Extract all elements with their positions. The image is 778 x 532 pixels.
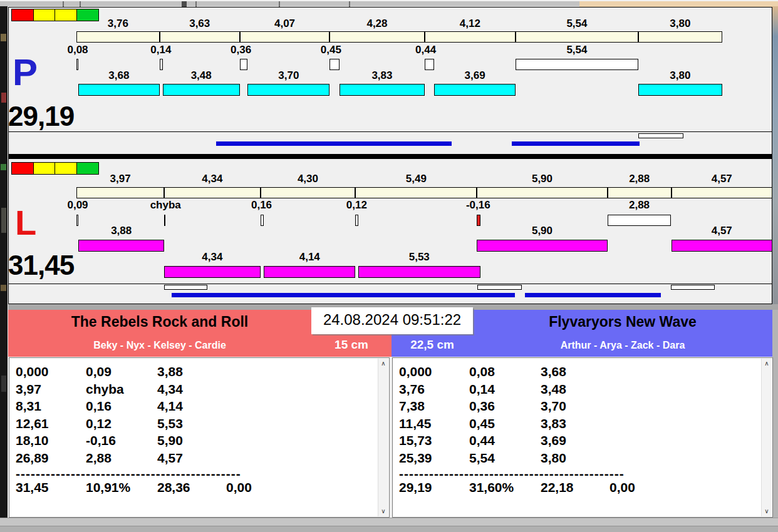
status-bar (0, 518, 778, 532)
result-cell: 3,83 (541, 417, 566, 431)
split-divider (260, 188, 261, 198)
scroll-up-icon[interactable]: ∧ (378, 359, 388, 369)
result-separator-dashes: ----------------------------------------… (399, 467, 626, 481)
run-bar (78, 240, 164, 252)
timeline-white-marker (671, 285, 715, 290)
split-divider (239, 32, 241, 42)
start-light-1 (33, 162, 56, 175)
timeline-blue-bar (172, 293, 515, 297)
fault-tick (164, 215, 165, 226)
result-cell: 3,80 (541, 451, 566, 465)
result-cell: 0,09 (86, 365, 112, 379)
run-time-label: 4,57 (712, 225, 732, 236)
gap-box (76, 215, 78, 226)
gap-time-label: 0,08 (67, 44, 88, 55)
gap-box (240, 59, 248, 70)
scroll-up-icon[interactable]: ∧ (762, 359, 772, 369)
result-total-cell: 0,00 (226, 481, 252, 494)
run-bar (247, 84, 329, 96)
result-cell: 11,45 (399, 417, 431, 431)
timeline-strip-line (8, 284, 772, 284)
gap-time-label: 0,14 (150, 44, 171, 55)
result-cell: 4,34 (157, 382, 183, 396)
result-cell: 26,89 (16, 451, 49, 465)
result-cell: 0,12 (86, 417, 112, 431)
run-time-label: 5,53 (409, 252, 430, 262)
start-light-2 (54, 9, 77, 21)
team-right-results-table: ∧ ∨ 0,0000,083,683,760,143,487,380,363,7… (392, 357, 773, 518)
result-total-cell: 28,36 (157, 481, 190, 494)
split-divider (424, 32, 425, 42)
split-time-label: 5,49 (406, 173, 427, 184)
split-time-label: 2,88 (629, 173, 650, 184)
split-divider (515, 32, 516, 42)
lane-letter-L: L (15, 205, 36, 240)
timeline-white-marker (164, 285, 207, 290)
result-cell: 3,88 (157, 365, 183, 379)
split-time-label: 4,57 (712, 173, 732, 184)
timeline-white-marker (638, 133, 683, 138)
result-cell: 0,14 (469, 382, 495, 396)
result-cell: 0,16 (86, 399, 112, 413)
team-right-jump-height: 22,5 cm (392, 338, 473, 352)
run-time-label: 3,88 (111, 225, 132, 236)
timeline-blue-bar (512, 141, 640, 146)
run-time-label: 3,83 (371, 70, 392, 81)
run-time-label: 3,69 (465, 70, 485, 81)
run-bar (638, 84, 722, 96)
result-cell: 0,44 (469, 434, 495, 448)
scrollbar[interactable]: ∧ ∨ (761, 359, 772, 516)
scroll-down-icon[interactable]: ∨ (762, 506, 772, 516)
gap-time-label: chyba (150, 200, 181, 210)
background-titlebar (0, 0, 778, 6)
split-time-label: 4,28 (366, 18, 387, 29)
gap-time-label: 0,44 (415, 44, 436, 55)
split-bar (76, 187, 772, 198)
split-time-label: 4,30 (298, 173, 318, 184)
gap-box (261, 215, 264, 226)
split-time-label: 5,90 (532, 173, 552, 184)
timeline-blue-bar (216, 141, 452, 146)
result-cell: -0,16 (86, 434, 116, 448)
timeline-blue-bar (525, 293, 661, 297)
lane-separator (8, 155, 772, 158)
scroll-down-icon[interactable]: ∨ (378, 506, 388, 516)
result-cell: 0,000 (16, 365, 49, 379)
team-left-results-table: ∧ ∨ 0,0000,093,883,97chyba4,348,310,164,… (9, 357, 390, 518)
result-cell: 3,68 (541, 365, 566, 379)
result-cell: 3,69 (541, 434, 566, 448)
run-time-label: 4,14 (299, 252, 320, 262)
team-right-members: Arthur - Arya - Zack - Dara (473, 340, 772, 351)
team-left-members: Beky - Nyx - Kelsey - Cardie (8, 340, 311, 351)
result-cell: 4,14 (157, 399, 183, 413)
team-left-name: The Rebels Rock and Roll (8, 314, 311, 330)
result-total-cell: 22,18 (541, 481, 574, 494)
lane-total-time: 31,45 (8, 252, 74, 279)
run-bar (264, 266, 355, 278)
start-light-3 (76, 9, 99, 21)
result-cell: 5,90 (157, 434, 183, 448)
result-cell: 18,10 (16, 434, 49, 448)
background-window-left-edge (0, 0, 8, 532)
result-cell: 15,73 (399, 434, 432, 448)
gap-box (160, 59, 163, 70)
timeline-white-marker (477, 285, 522, 290)
split-time-label: 4,34 (202, 173, 222, 184)
result-cell: 12,61 (16, 417, 49, 431)
gap-box (329, 59, 340, 70)
start-light-0 (11, 162, 34, 175)
background-artifact (1, 285, 6, 291)
split-time-label: 3,97 (110, 173, 131, 184)
run-bar (672, 240, 772, 252)
gap-time-label: 2,88 (629, 200, 650, 210)
split-time-label: 4,12 (460, 18, 480, 29)
scrollbar[interactable]: ∧ ∨ (378, 359, 388, 516)
gap-time-label: 0,45 (321, 44, 341, 55)
result-cell: 0,08 (469, 365, 495, 379)
result-total-cell: 31,60% (469, 481, 514, 494)
background-artifact (1, 93, 6, 103)
run-bar (477, 240, 607, 252)
run-time-label: 4,34 (202, 252, 222, 262)
split-divider (329, 32, 330, 42)
gap-box (425, 59, 435, 70)
